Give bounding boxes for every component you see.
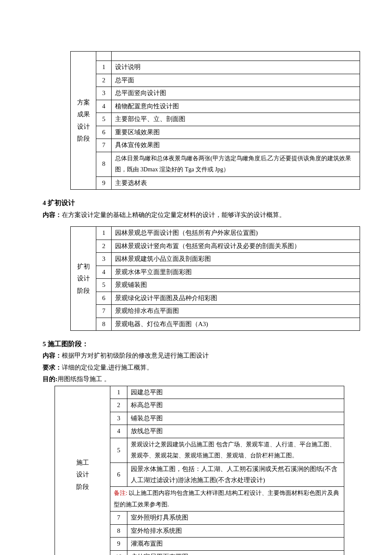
content-cell: 铺装总平图 [127, 412, 344, 425]
section-3-p2: 要求：详细的定位定量,进行施工概算。 [43, 362, 349, 373]
content-cell: 设计说明 [112, 61, 360, 74]
content-cell: 灌溉布置图 [127, 538, 344, 551]
num-cell: 2 [96, 240, 112, 253]
table-row: 5主要部位平、立、剖面图 [71, 113, 360, 126]
stage-line: 阶段 [76, 483, 89, 490]
num-cell: 2 [110, 399, 127, 412]
num-cell: 1 [96, 227, 112, 240]
section-3-p1: 内容：根据甲方对扩初初级阶段的修改意见进行施工图设计 [43, 350, 349, 361]
num-cell: 8 [96, 152, 112, 176]
p1-text: 根据甲方对扩初初级阶段的修改意见进行施工图设计 [62, 352, 209, 359]
num-cell: 9 [110, 538, 127, 551]
num-cell: 7 [110, 512, 127, 525]
content-cell: 景观设计之景园建筑小品施工图 包含广场、景观车道、人行道、平台施工图、景观亭、景… [127, 438, 344, 462]
content-cell: 室外给排水系统图 [127, 524, 344, 538]
num-cell: 8 [110, 524, 127, 538]
stage-line: 阶段 [77, 135, 90, 142]
table-row: 3园林景观建筑小品立面及剖面彩图 [71, 253, 360, 266]
stage-cell: 扩初 设计 阶段 [71, 227, 96, 331]
stage-line: 方案 [77, 99, 90, 106]
section-heading-4: 4 扩初设计 [43, 197, 349, 208]
table-row: 8总体日景鸟瞰和总体夜景鸟瞰各两张(甲方选定鸟瞰角度后,乙方还要提供该角度的建筑… [71, 152, 360, 176]
content-cell: 总平面竖向设计图 [112, 87, 360, 100]
table-row: 1设计说明 [71, 61, 360, 74]
content-cell: 园林景观设计竖向布置（包括竖向高程设计及必要的剖面关系图） [112, 240, 360, 253]
table-row: 9主要选材表 [71, 176, 360, 190]
num-cell: 9 [96, 176, 112, 190]
stage-line: 阶段 [77, 287, 90, 294]
content-cell: 重要区域效果图 [112, 126, 360, 139]
table-row: 6重要区域效果图 [71, 126, 360, 139]
content-cell: 园林景观建筑小品立面及剖面彩图 [112, 253, 360, 266]
p3-text: 用图纸指导施工 。 [58, 376, 110, 382]
table-row: 7景观给排水布点平面图 [71, 305, 360, 318]
num-cell: 4 [96, 100, 112, 113]
content-cell: 景观铺装图 [112, 279, 360, 292]
num-cell: 8 [96, 318, 112, 331]
num-cell: 1 [110, 386, 127, 399]
intro-text: 在方案设计定量的基础上精确的定位定量定材料的设计，能够详实的设计概算。 [62, 211, 285, 218]
p3-label: 目的: [43, 376, 58, 382]
note-label: 备注: [114, 490, 127, 496]
content-cell: 景观水体平立面里剖面彩图 [112, 266, 360, 279]
content-cell: 主要部位平、立、剖面图 [112, 113, 360, 126]
table-row: 方案 成果 设计 阶段 [71, 52, 360, 61]
num-cell: 5 [96, 113, 112, 126]
num-cell: 5 [110, 438, 127, 462]
num-cell: 4 [110, 425, 127, 438]
table-row: 施工 设计 阶段 1园建总平图 [55, 386, 344, 399]
stage-line: 扩初 [77, 263, 90, 270]
num-cell: 3 [96, 253, 112, 266]
content-cell: 园林景观总平面设计图（包括所有户外家居位置图) [112, 227, 360, 240]
section-2-intro: 内容：在方案设计定量的基础上精确的定位定量定材料的设计，能够详实的设计概算。 [43, 210, 349, 221]
intro-label: 内容： [43, 211, 62, 218]
stage-line: 设计 [77, 123, 90, 130]
stage-line: 设计 [77, 275, 90, 282]
table-row: 8景观电器、灯位布点平面图（A3) [71, 318, 360, 331]
table-row: 3总平面竖向设计图 [71, 87, 360, 100]
table-row: 5景观铺装图 [71, 279, 360, 292]
table-construction-design: 施工 设计 阶段 1园建总平图 2标高总平图 3铺装总平图 4放线总平图 5景观… [55, 386, 344, 555]
table-row: 4景观水体平立面里剖面彩图 [71, 266, 360, 279]
content-cell: 景观绿化设计平面图及品种介绍彩图 [112, 292, 360, 305]
content-cell: 标高总平图 [127, 399, 344, 412]
content-cell: 户外家居平面布置图 [127, 550, 344, 555]
num-cell: 3 [96, 87, 112, 100]
content-cell: 主要选材表 [112, 176, 360, 190]
content-cell: 植物配置意向性设计图 [112, 100, 360, 113]
table-row: 2总平面 [71, 74, 360, 87]
content-cell: 总平面 [112, 74, 360, 87]
content-cell [112, 52, 360, 61]
table-plan-results: 方案 成果 设计 阶段 1设计说明 2总平面 3总平面竖向设计图 4植物配置意向… [70, 51, 360, 190]
content-cell: 园景水体施工图，包括：人工湖、人工朔石溪涧或天然石溪涧的图纸(不含人工湖过滤设计… [127, 463, 344, 487]
num-cell [96, 52, 112, 61]
table-row: 扩初 设计 阶段 1园林景观总平面设计图（包括所有户外家居位置图) [71, 227, 360, 240]
p2-text: 详细的定位定量,进行施工概算。 [62, 364, 153, 371]
note-cell: 备注: 以上施工图内容均包含施工大样详图,结构工程设计、主要饰面材料彩色图片及典… [110, 487, 344, 512]
table-row: 2园林景观设计竖向布置（包括竖向高程设计及必要的剖面关系图） [71, 240, 360, 253]
stage-line: 成果 [77, 111, 90, 118]
p2-label: 要求： [43, 364, 62, 371]
content-cell: 景观电器、灯位布点平面图（A3) [112, 318, 360, 331]
stage-line: 施工 [76, 459, 89, 466]
num-cell: 4 [96, 266, 112, 279]
stage-cell: 施工 设计 阶段 [55, 386, 110, 555]
content-cell: 园建总平图 [127, 386, 344, 399]
table-row: 4植物配置意向性设计图 [71, 100, 360, 113]
num-cell: 6 [96, 126, 112, 139]
p1-label: 内容： [43, 352, 62, 359]
note-text: 以上施工图内容均包含施工大样详图,结构工程设计、主要饰面材料彩色图片及典型的施工… [114, 490, 339, 508]
num-cell: 3 [110, 412, 127, 425]
stage-cell: 方案 成果 设计 阶段 [71, 52, 96, 190]
num-cell: 10 [110, 550, 127, 555]
section-3-p3: 目的:用图纸指导施工 。 [43, 374, 349, 385]
num-cell: 7 [96, 139, 112, 152]
content-cell: 总体日景鸟瞰和总体夜景鸟瞰各两张(甲方选定鸟瞰角度后,乙方还要提供该角度的建筑效… [112, 152, 360, 176]
content-cell: 景观给排水布点平面图 [112, 305, 360, 318]
stage-line: 设计 [76, 471, 89, 478]
section-heading-5: 5 施工图阶段： [43, 338, 349, 350]
num-cell: 6 [110, 463, 127, 487]
content-cell: 放线总平图 [127, 425, 344, 438]
table-row: 7具体宣传效果图 [71, 139, 360, 152]
num-cell: 2 [96, 74, 112, 87]
